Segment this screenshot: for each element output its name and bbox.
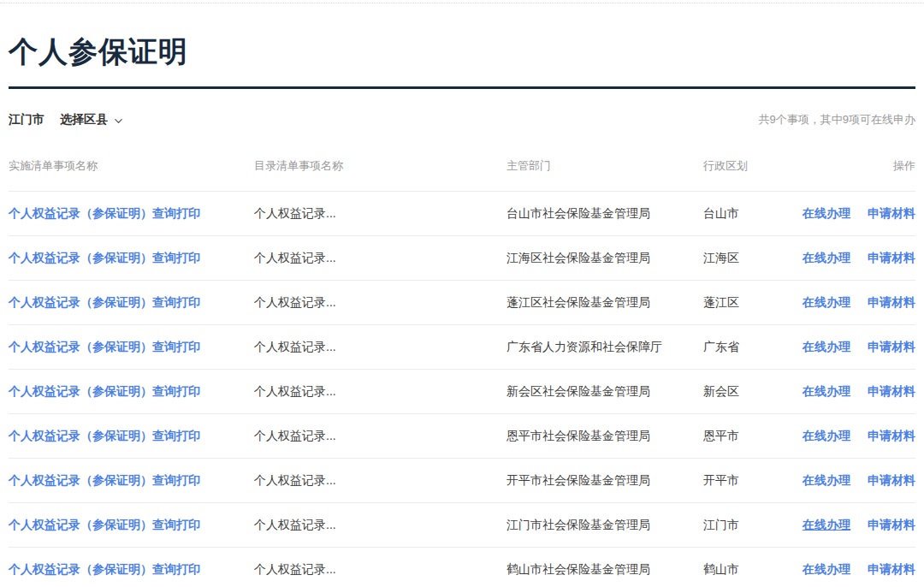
application-materials-link[interactable]: 申请材料: [868, 473, 915, 489]
online-apply-link[interactable]: 在线办理: [803, 562, 850, 578]
application-materials-link[interactable]: 申请材料: [868, 562, 915, 578]
dept-name: 蓬江区社会保险基金管理局: [506, 295, 703, 311]
table-row: 个人权益记录（参保证明）查询打印 个人权益记录... 广东省人力资源和社会保障厅…: [9, 325, 915, 370]
impl-item-link[interactable]: 个人权益记录（参保证明）查询打印: [9, 562, 254, 578]
filter-city[interactable]: 江门市: [9, 112, 44, 127]
impl-item-link[interactable]: 个人权益记录（参保证明）查询打印: [9, 473, 254, 489]
personal-insurance-certificate-page: 个人参保证明 江门市 选择区县 共9个事项，其中9项可在线申办 实施清单事项名称…: [0, 34, 924, 587]
dept-name: 台山市社会保险基金管理局: [506, 206, 703, 222]
header-dept: 主管部门: [506, 158, 703, 174]
region-name: 恩平市: [703, 429, 794, 444]
header-impl-item-name: 实施清单事项名称: [9, 158, 254, 174]
table-row: 个人权益记录（参保证明）查询打印 个人权益记录... 江海区社会保险基金管理局 …: [9, 236, 915, 281]
row-actions: 在线办理 申请材料: [794, 206, 915, 222]
district-selector-dropdown[interactable]: 选择区县: [60, 112, 123, 127]
impl-item-link[interactable]: 个人权益记录（参保证明）查询打印: [9, 295, 254, 311]
row-actions: 在线办理 申请材料: [794, 340, 915, 355]
application-materials-link[interactable]: 申请材料: [868, 206, 915, 222]
filter-bar: 江门市 选择区县 共9个事项，其中9项可在线申办: [9, 112, 915, 127]
online-apply-link[interactable]: 在线办理: [803, 429, 850, 444]
dept-name: 恩平市社会保险基金管理局: [506, 429, 703, 444]
dir-item-name: 个人权益记录...: [254, 562, 506, 578]
row-actions: 在线办理 申请材料: [794, 518, 915, 533]
row-actions: 在线办理 申请材料: [794, 562, 915, 578]
dept-name: 开平市社会保险基金管理局: [506, 473, 703, 489]
table-row: 个人权益记录（参保证明）查询打印 个人权益记录... 鹤山市社会保险基金管理局 …: [9, 548, 915, 587]
dept-name: 江海区社会保险基金管理局: [506, 251, 703, 266]
application-materials-link[interactable]: 申请材料: [868, 295, 915, 311]
online-apply-link[interactable]: 在线办理: [803, 206, 850, 222]
region-name: 蓬江区: [703, 295, 794, 311]
dept-name: 鹤山市社会保险基金管理局: [506, 562, 703, 578]
table-row: 个人权益记录（参保证明）查询打印 个人权益记录... 蓬江区社会保险基金管理局 …: [9, 281, 915, 325]
top-dotted-divider: [0, 3, 924, 3]
region-name: 鹤山市: [703, 562, 794, 578]
table-body: 个人权益记录（参保证明）查询打印 个人权益记录... 台山市社会保险基金管理局 …: [9, 192, 915, 587]
online-apply-link[interactable]: 在线办理: [803, 518, 850, 533]
title-underline-rule: [9, 86, 915, 89]
dir-item-name: 个人权益记录...: [254, 429, 506, 444]
dir-item-name: 个人权益记录...: [254, 340, 506, 355]
dir-item-name: 个人权益记录...: [254, 518, 506, 533]
table-row: 个人权益记录（参保证明）查询打印 个人权益记录... 新会区社会保险基金管理局 …: [9, 370, 915, 414]
row-actions: 在线办理 申请材料: [794, 295, 915, 311]
row-actions: 在线办理 申请材料: [794, 251, 915, 266]
items-count-summary: 共9个事项，其中9项可在线申办: [759, 112, 915, 127]
dir-item-name: 个人权益记录...: [254, 206, 506, 222]
online-apply-link[interactable]: 在线办理: [803, 340, 850, 355]
impl-item-link[interactable]: 个人权益记录（参保证明）查询打印: [9, 429, 254, 444]
page-title: 个人参保证明: [9, 34, 915, 69]
impl-item-link[interactable]: 个人权益记录（参保证明）查询打印: [9, 251, 254, 266]
dir-item-name: 个人权益记录...: [254, 384, 506, 400]
header-action: 操作: [794, 158, 915, 174]
region-name: 江海区: [703, 251, 794, 266]
application-materials-link[interactable]: 申请材料: [868, 251, 915, 266]
region-name: 江门市: [703, 518, 794, 533]
row-actions: 在线办理 申请材料: [794, 429, 915, 444]
application-materials-link[interactable]: 申请材料: [868, 384, 915, 400]
row-actions: 在线办理 申请材料: [794, 384, 915, 400]
table-row: 个人权益记录（参保证明）查询打印 个人权益记录... 台山市社会保险基金管理局 …: [9, 192, 915, 236]
region-name: 台山市: [703, 206, 794, 222]
header-dir-item-name: 目录清单事项名称: [254, 158, 506, 174]
online-apply-link[interactable]: 在线办理: [803, 251, 850, 266]
dir-item-name: 个人权益记录...: [254, 473, 506, 489]
dept-name: 新会区社会保险基金管理局: [506, 384, 703, 400]
header-region: 行政区划: [703, 158, 794, 174]
dept-name: 广东省人力资源和社会保障厅: [506, 340, 703, 355]
dir-item-name: 个人权益记录...: [254, 295, 506, 311]
row-actions: 在线办理 申请材料: [794, 473, 915, 489]
dept-name: 江门市社会保险基金管理局: [506, 518, 703, 533]
application-materials-link[interactable]: 申请材料: [868, 340, 915, 355]
chevron-down-icon: [114, 116, 123, 126]
impl-item-link[interactable]: 个人权益记录（参保证明）查询打印: [9, 206, 254, 222]
impl-item-link[interactable]: 个人权益记录（参保证明）查询打印: [9, 518, 254, 533]
impl-item-link[interactable]: 个人权益记录（参保证明）查询打印: [9, 340, 254, 355]
online-apply-link[interactable]: 在线办理: [803, 384, 850, 400]
dir-item-name: 个人权益记录...: [254, 251, 506, 266]
region-name: 开平市: [703, 473, 794, 489]
application-materials-link[interactable]: 申请材料: [868, 518, 915, 533]
region-name: 广东省: [703, 340, 794, 355]
table-row: 个人权益记录（参保证明）查询打印 个人权益记录... 江门市社会保险基金管理局 …: [9, 503, 915, 548]
table-row: 个人权益记录（参保证明）查询打印 个人权益记录... 开平市社会保险基金管理局 …: [9, 459, 915, 503]
online-apply-link[interactable]: 在线办理: [803, 473, 850, 489]
table-row: 个人权益记录（参保证明）查询打印 个人权益记录... 恩平市社会保险基金管理局 …: [9, 414, 915, 459]
online-apply-link[interactable]: 在线办理: [803, 295, 850, 311]
region-name: 新会区: [703, 384, 794, 400]
table-header-row: 实施清单事项名称 目录清单事项名称 主管部门 行政区划 操作: [9, 158, 915, 192]
application-materials-link[interactable]: 申请材料: [868, 429, 915, 444]
district-selector-label: 选择区县: [60, 112, 108, 127]
impl-item-link[interactable]: 个人权益记录（参保证明）查询打印: [9, 384, 254, 400]
